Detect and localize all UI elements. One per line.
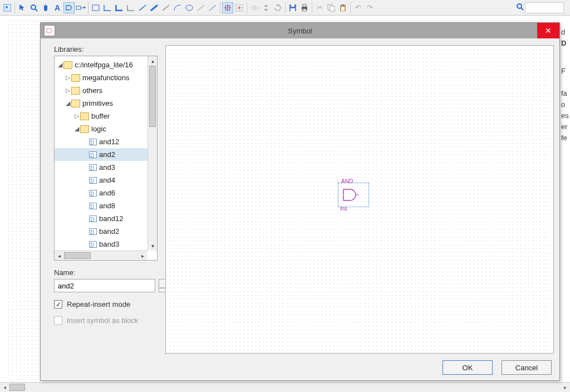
symbol-dialog: Symbol ✕ Libraries: ◢c:/intelfpga_lite/1… <box>40 22 560 381</box>
insert-block-row: Insert symbol as block <box>54 316 158 325</box>
paste-icon[interactable] <box>337 2 348 13</box>
browse-button[interactable]: ... <box>159 279 166 292</box>
svg-point-2 <box>31 5 36 9</box>
save-icon[interactable] <box>287 2 298 13</box>
tree-vscroll[interactable]: ▴▾ <box>148 56 157 251</box>
copy-icon[interactable] <box>326 2 337 13</box>
redo-icon[interactable]: ↷ <box>364 2 375 13</box>
print-icon[interactable] <box>299 2 310 13</box>
insert-block-label: Insert symbol as block <box>67 316 139 325</box>
diag-node-icon[interactable] <box>137 2 148 13</box>
cancel-button[interactable]: Cancel <box>502 360 552 375</box>
tree-leaf[interactable]: and6 <box>55 187 148 199</box>
pointer-icon[interactable] <box>17 2 28 13</box>
tool-find-icon[interactable] <box>2 2 13 13</box>
rubberband-icon[interactable] <box>222 2 233 13</box>
name-label: Name: <box>54 268 158 277</box>
svg-rect-26 <box>330 6 335 11</box>
svg-rect-1 <box>6 6 8 8</box>
dialog-title: Symbol <box>41 27 559 35</box>
svg-line-7 <box>139 5 146 11</box>
close-button[interactable]: ✕ <box>537 23 559 38</box>
rect-icon[interactable] <box>90 2 101 13</box>
partial-select-icon[interactable] <box>234 2 245 13</box>
svg-rect-4 <box>76 6 81 9</box>
symbol-preview[interactable]: AND ins <box>165 45 554 354</box>
tree-leaf[interactable]: band2 <box>55 225 148 238</box>
tree-root[interactable]: ◢c:/intelfpga_lite/16 <box>55 58 148 71</box>
orth-node-icon[interactable] <box>102 2 113 13</box>
and-gate-icon <box>342 188 359 202</box>
tree-leaf-selected[interactable]: and2 <box>55 148 148 161</box>
dialog-titlebar[interactable]: Symbol ✕ <box>41 23 559 38</box>
svg-rect-28 <box>341 4 345 6</box>
text-icon[interactable]: A <box>52 2 63 13</box>
libraries-label: Libraries: <box>54 45 158 53</box>
tree-folder[interactable]: ▷buffer <box>55 110 148 122</box>
left-column: Libraries: ◢c:/intelfpga_lite/16 ▷megafu… <box>54 45 158 354</box>
diag-conduit-icon[interactable] <box>160 2 171 13</box>
svg-rect-6 <box>92 5 99 11</box>
library-tree: ◢c:/intelfpga_lite/16 ▷megafunctions ▷ot… <box>54 56 158 261</box>
svg-line-3 <box>35 9 37 11</box>
symbol-label: AND <box>341 178 353 184</box>
ok-button[interactable]: OK <box>443 360 493 375</box>
repeat-insert-checkbox[interactable] <box>54 300 62 308</box>
tree-leaf[interactable]: and4 <box>55 174 148 187</box>
tree-leaf[interactable]: and8 <box>55 199 148 212</box>
tree-folder[interactable]: ◢logic <box>55 122 148 135</box>
orth-bus-icon[interactable] <box>114 2 125 13</box>
conduit-icon[interactable] <box>125 2 136 13</box>
tree-leaf[interactable]: and12 <box>55 135 148 148</box>
right-panel-clip: d D F fa o es er fe <box>560 16 570 382</box>
main-toolbar: A ▾ ◁▷ ✂ ↶ ↷ <box>0 0 570 16</box>
and2-symbol[interactable]: AND ins <box>340 185 367 205</box>
pin-tool-icon[interactable]: ▾ <box>75 2 86 13</box>
svg-point-10 <box>186 5 193 11</box>
flip-h-icon[interactable]: ◁▷ <box>249 2 260 13</box>
svg-line-12 <box>209 5 216 11</box>
svg-line-8 <box>151 5 158 11</box>
hand-icon[interactable] <box>40 2 51 13</box>
search-icon <box>516 3 524 12</box>
tree-folder[interactable]: ◢primitives <box>55 97 148 110</box>
symbol-tool-icon[interactable] <box>63 2 75 13</box>
svg-point-30 <box>517 4 522 8</box>
svg-line-9 <box>163 5 169 11</box>
tree-leaf[interactable]: band12 <box>55 212 148 225</box>
tree-folder[interactable]: ▷megafunctions <box>55 71 148 84</box>
tree-folder[interactable]: ▷others <box>55 84 148 97</box>
rotate-icon[interactable] <box>272 2 283 13</box>
tree-leaf[interactable]: band3 <box>55 238 148 251</box>
cut-icon[interactable]: ✂ <box>314 2 325 13</box>
zoom-icon[interactable] <box>28 2 40 13</box>
name-input[interactable] <box>54 279 155 292</box>
svg-line-11 <box>198 5 204 11</box>
tree-hscroll[interactable]: ◂▸ <box>55 251 148 260</box>
tree-leaf[interactable]: and3 <box>55 161 148 174</box>
line-icon[interactable] <box>195 2 207 13</box>
canvas-hscroll[interactable]: ◂▸ <box>0 382 570 392</box>
svg-rect-23 <box>303 4 306 7</box>
repeat-insert-row[interactable]: Repeat-insert mode <box>54 300 158 308</box>
oval-icon[interactable] <box>184 2 195 13</box>
svg-rect-21 <box>291 4 294 7</box>
symbol-instance: ins <box>340 205 347 212</box>
search-box <box>516 2 568 13</box>
svg-rect-20 <box>291 8 295 11</box>
line2-icon[interactable] <box>207 2 218 13</box>
diag-bus-icon[interactable] <box>149 2 160 13</box>
svg-rect-24 <box>303 9 306 11</box>
svg-rect-29 <box>341 7 345 11</box>
undo-icon[interactable]: ↶ <box>352 2 363 13</box>
flip-v-icon[interactable] <box>261 2 272 13</box>
svg-line-31 <box>521 8 523 10</box>
insert-block-checkbox <box>54 316 62 325</box>
search-input[interactable] <box>525 2 564 13</box>
arc-icon[interactable] <box>172 2 183 13</box>
repeat-insert-label: Repeat-insert mode <box>67 300 130 308</box>
